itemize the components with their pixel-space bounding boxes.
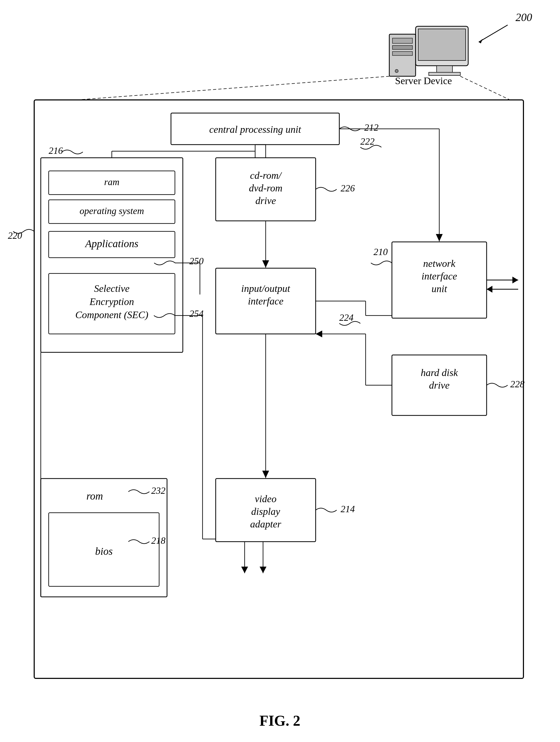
sec-label-3: Component (SEC) (75, 309, 148, 321)
svg-point-10 (395, 69, 398, 72)
os-label: operating system (80, 206, 144, 216)
cdrom-label-3: drive (255, 195, 276, 206)
svg-line-0 (479, 25, 508, 42)
applications-label: Applications (85, 238, 138, 250)
ref-224: 224 (339, 312, 354, 323)
figure-label: FIG. 2 (259, 712, 300, 729)
ref-218: 218 (151, 535, 165, 546)
ref-226: 226 (341, 183, 355, 194)
ref-228: 228 (510, 379, 524, 389)
ref-220: 220 (8, 230, 22, 241)
ref-254: 254 (189, 308, 204, 319)
niu-label-2: interface (421, 271, 457, 281)
diagram-container: 200 Server Device central processing uni… (0, 0, 560, 742)
svg-rect-4 (437, 66, 452, 72)
vda-label-1: video (255, 493, 276, 504)
ref-250: 250 (189, 256, 204, 266)
niu-label-3: unit (431, 283, 447, 294)
svg-line-12 (460, 76, 516, 103)
sec-label-2: Encryption (90, 296, 134, 307)
bios-label: bios (95, 545, 113, 557)
niu-label-1: network (423, 258, 456, 269)
cdrom-label-1: cd-rom/ (250, 170, 282, 181)
io-label-2: interface (248, 296, 283, 307)
ref-210: 210 (373, 247, 388, 257)
hdd-label-1: hard disk (421, 367, 458, 378)
sec-label-1: Selective (94, 283, 130, 294)
svg-marker-1 (479, 39, 483, 43)
cdrom-label-2: dvd-rom (249, 182, 282, 194)
ref-200: 200 (516, 11, 532, 23)
hdd-label-2: drive (429, 380, 450, 391)
svg-line-11 (42, 76, 389, 103)
io-label-1: input/output (241, 283, 290, 294)
svg-rect-3 (418, 29, 466, 60)
ref-212: 212 (364, 122, 378, 133)
svg-rect-7 (393, 38, 412, 43)
ref-232: 232 (151, 485, 165, 496)
svg-rect-8 (393, 46, 412, 49)
server-device-label: Server Device (395, 75, 452, 86)
ref-222: 222 (360, 136, 374, 147)
cpu-label: central processing unit (209, 124, 301, 135)
ref-216: 216 (49, 145, 63, 156)
rom-label: rom (87, 490, 103, 502)
ram-label: ram (104, 177, 119, 187)
ref-214: 214 (341, 504, 355, 514)
vda-label-2: display (251, 506, 280, 517)
vda-label-3: adapter (250, 519, 281, 530)
svg-rect-9 (393, 52, 412, 55)
